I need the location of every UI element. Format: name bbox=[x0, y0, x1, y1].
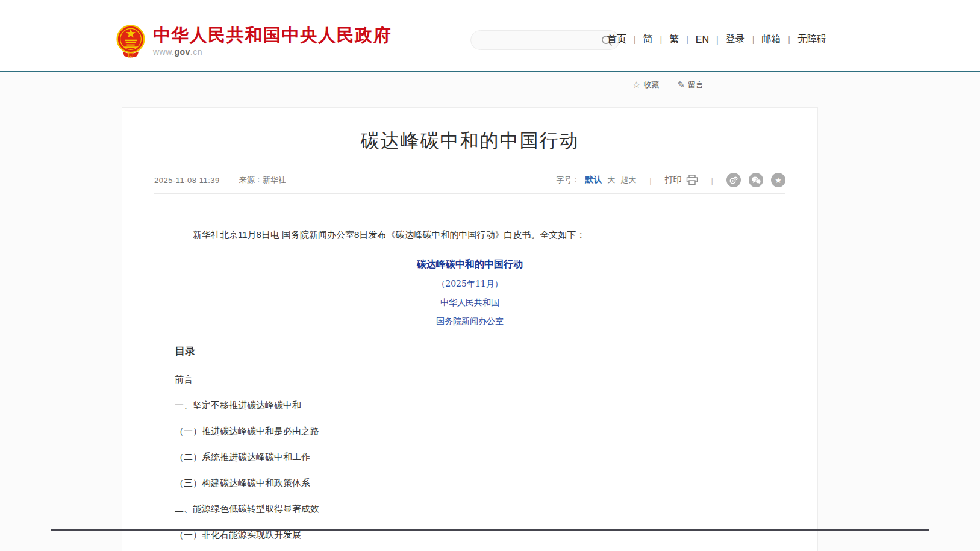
nav-traditional[interactable]: 繁 bbox=[669, 33, 696, 46]
top-nav: 首页 简 繁 EN 登录 邮箱 无障碍 bbox=[607, 33, 826, 46]
toc-item-1-2: （二）系统推进碳达峰碳中和工作 bbox=[175, 452, 765, 462]
share-icons: ★ bbox=[726, 173, 785, 187]
article-body: 新华社北京11月8日电 国务院新闻办公室8日发布《碳达峰碳中和的中国行动》白皮书… bbox=[175, 228, 765, 540]
site-header: 中华人民共和国中央人民政府 www.gov.cn 首页 简 繁 EN 登录 邮箱… bbox=[0, 0, 980, 72]
source: 来源：新华社 bbox=[239, 175, 286, 185]
meta-divider bbox=[154, 193, 785, 194]
pencil-icon: ✎ bbox=[677, 79, 685, 90]
site-url-cn: .cn bbox=[190, 47, 202, 57]
article-card: 碳达峰碳中和的中国行动 2025-11-08 11:39 来源：新华社 字号： … bbox=[122, 107, 818, 551]
comment-button[interactable]: ✎ 留言 bbox=[677, 79, 704, 90]
nav-mail[interactable]: 邮箱 bbox=[761, 33, 797, 46]
nav-english[interactable]: EN bbox=[696, 34, 726, 45]
font-size-large[interactable]: 大 bbox=[607, 175, 615, 185]
site-url-www: www. bbox=[153, 47, 174, 57]
font-size-default[interactable]: 默认 bbox=[585, 175, 602, 185]
wechat-share-icon[interactable] bbox=[749, 173, 763, 187]
qzone-star-glyph: ★ bbox=[775, 176, 782, 185]
doc-org-line-2: 国务院新闻办公室 bbox=[175, 316, 765, 327]
toc-item-1: 一、坚定不移推进碳达峰碳中和 bbox=[175, 400, 765, 410]
lead-paragraph: 新华社北京11月8日电 国务院新闻办公室8日发布《碳达峰碳中和的中国行动》白皮书… bbox=[175, 228, 765, 242]
national-emblem-icon bbox=[116, 24, 146, 59]
source-label: 来源： bbox=[239, 175, 263, 184]
doc-title: 碳达峰碳中和的中国行动 bbox=[175, 258, 765, 271]
toc-heading: 目录 bbox=[175, 344, 765, 358]
toc-item-1-3: （三）构建碳达峰碳中和政策体系 bbox=[175, 478, 765, 488]
site-logo[interactable]: 中华人民共和国中央人民政府 www.gov.cn bbox=[116, 24, 392, 59]
toc-item-preface: 前言 bbox=[175, 374, 765, 384]
favorite-label: 收藏 bbox=[643, 79, 659, 90]
publish-date: 2025-11-08 11:39 bbox=[154, 176, 220, 185]
star-outline-icon: ☆ bbox=[632, 79, 640, 90]
toolbar-divider: | bbox=[649, 176, 651, 185]
article-toolbar: 字号： 默认 大 超大 | 打印 | bbox=[556, 173, 785, 187]
printer-icon bbox=[686, 175, 698, 185]
article-title: 碳达峰碳中和的中国行动 bbox=[122, 128, 817, 154]
font-size-label: 字号： bbox=[556, 175, 579, 185]
print-button[interactable]: 打印 bbox=[665, 175, 698, 185]
doc-date-line: （2025年11月） bbox=[175, 279, 765, 290]
doc-org-line-1: 中华人民共和国 bbox=[175, 297, 765, 308]
qzone-share-icon[interactable]: ★ bbox=[771, 173, 785, 187]
site-url: www.gov.cn bbox=[153, 47, 392, 57]
article-meta-row: 2025-11-08 11:39 来源：新华社 字号： 默认 大 超大 | 打印… bbox=[154, 173, 785, 187]
source-value: 新华社 bbox=[263, 175, 286, 184]
nav-simplified[interactable]: 简 bbox=[643, 33, 670, 46]
page-actions: ☆ 收藏 ✎ 留言 bbox=[632, 79, 704, 90]
site-title: 中华人民共和国中央人民政府 bbox=[153, 24, 392, 46]
nav-login[interactable]: 登录 bbox=[726, 33, 762, 46]
font-size-xlarge[interactable]: 超大 bbox=[620, 175, 636, 185]
search-input[interactable] bbox=[481, 31, 595, 49]
toc-item-2: 二、能源绿色低碳转型取得显著成效 bbox=[175, 503, 765, 514]
footer-rule bbox=[51, 529, 929, 531]
favorite-button[interactable]: ☆ 收藏 bbox=[632, 79, 659, 90]
weibo-share-icon[interactable] bbox=[726, 173, 741, 187]
search-box bbox=[470, 30, 620, 50]
nav-accessibility[interactable]: 无障碍 bbox=[797, 33, 826, 46]
toolbar-divider: | bbox=[711, 176, 713, 185]
nav-home[interactable]: 首页 bbox=[607, 33, 643, 46]
print-label: 打印 bbox=[665, 175, 682, 185]
site-url-gov: gov bbox=[174, 47, 190, 57]
toc-item-1-1: （一）推进碳达峰碳中和是必由之路 bbox=[175, 426, 765, 436]
comment-label: 留言 bbox=[688, 79, 704, 90]
